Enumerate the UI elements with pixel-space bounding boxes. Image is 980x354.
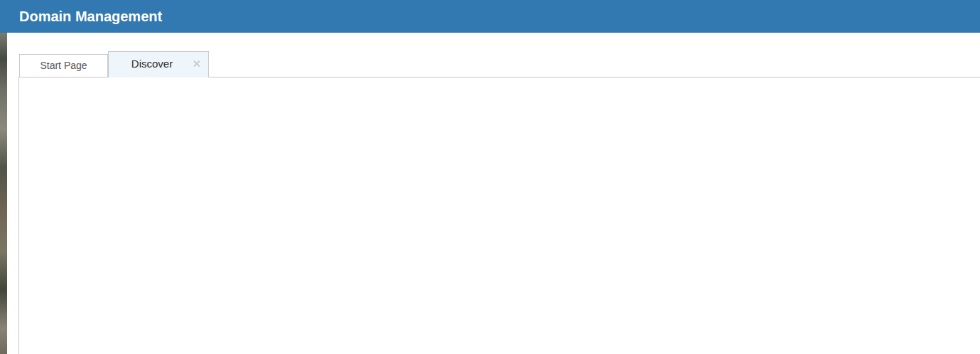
domain-management-window: Domain Management Start Page Discover ✕ … bbox=[0, 0, 980, 354]
window-title-bar: Domain Management bbox=[0, 0, 980, 33]
window-title: Domain Management bbox=[19, 0, 162, 33]
background-desktop-sliver bbox=[0, 33, 7, 354]
tab-discover[interactable]: Discover ✕ bbox=[108, 51, 209, 77]
tab-discover-label: Discover bbox=[131, 52, 173, 76]
tab-start-page[interactable]: Start Page bbox=[19, 54, 108, 77]
tab-close-icon[interactable]: ✕ bbox=[192, 58, 201, 70]
tab-start-page-label: Start Page bbox=[20, 55, 107, 77]
discover-tab-panel bbox=[18, 77, 980, 354]
